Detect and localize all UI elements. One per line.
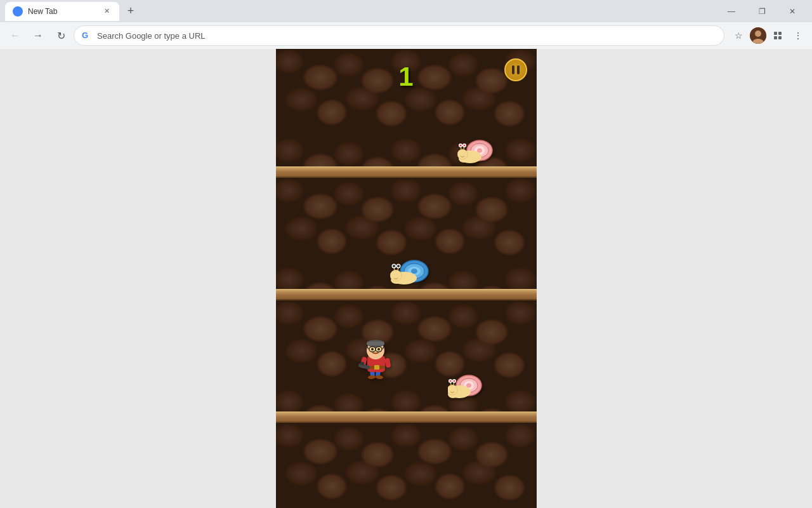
svg-point-65 <box>377 348 380 351</box>
snail-blue-mid <box>390 257 431 291</box>
player-character <box>358 338 393 382</box>
svg-point-64 <box>371 348 374 351</box>
svg-point-11 <box>477 149 482 153</box>
google-icon: G <box>82 30 92 41</box>
game-background: 1 <box>276 49 537 508</box>
new-tab-button[interactable]: + <box>122 3 140 20</box>
title-bar: New Tab ✕ + — ❐ ✕ <box>0 0 812 22</box>
extensions-button[interactable] <box>769 27 787 44</box>
svg-point-24 <box>411 269 417 274</box>
svg-rect-4 <box>774 32 777 35</box>
svg-point-18 <box>459 145 461 147</box>
pause-bar-left <box>512 65 514 74</box>
pause-bar-right <box>517 65 520 74</box>
svg-point-27 <box>390 270 402 281</box>
svg-point-2 <box>755 30 761 37</box>
svg-point-46 <box>453 380 455 382</box>
toolbar-icons: ☆ ⋮ <box>730 27 807 44</box>
game-container[interactable]: 1 <box>276 49 537 508</box>
cave-section-3 <box>276 300 537 411</box>
svg-rect-5 <box>778 32 782 35</box>
address-text: Search Google or type a URL <box>97 31 716 41</box>
page-content: 1 <box>0 49 812 508</box>
forward-button[interactable]: → <box>28 25 48 46</box>
browser-frame: New Tab ✕ + — ❐ ✕ ← → ↻ G Search Google … <box>0 0 812 508</box>
snail-pink-bot <box>448 373 486 406</box>
menu-button[interactable]: ⋮ <box>789 27 807 44</box>
svg-point-37 <box>466 384 471 388</box>
svg-rect-53 <box>374 365 379 370</box>
address-bar[interactable]: G Search Google or type a URL <box>74 25 724 46</box>
back-button[interactable]: ← <box>5 25 25 46</box>
window-controls: — ❐ ✕ <box>717 0 807 22</box>
pause-button[interactable] <box>504 58 527 81</box>
browser-tab[interactable]: New Tab ✕ <box>5 2 119 21</box>
tab-title: New Tab <box>28 7 96 16</box>
svg-point-14 <box>457 149 468 159</box>
svg-point-20 <box>463 145 465 147</box>
svg-rect-7 <box>778 36 782 39</box>
svg-point-33 <box>397 265 400 267</box>
platform-3 <box>276 411 537 423</box>
snail-pink-top <box>457 137 495 171</box>
svg-point-0 <box>14 8 22 15</box>
svg-point-31 <box>393 265 395 267</box>
close-button[interactable]: ✕ <box>778 0 807 22</box>
nav-bar: ← → ↻ G Search Google or type a URL ☆ <box>0 22 812 49</box>
svg-rect-6 <box>774 36 777 39</box>
tab-close-button[interactable]: ✕ <box>102 6 112 17</box>
svg-point-40 <box>448 385 457 395</box>
platform-1 <box>276 166 537 178</box>
cave-section-4 <box>276 423 537 508</box>
profile-avatar[interactable] <box>750 27 766 44</box>
maximize-button[interactable]: ❐ <box>747 0 776 22</box>
svg-rect-55 <box>384 358 391 368</box>
svg-point-44 <box>449 380 451 382</box>
svg-rect-60 <box>367 342 384 345</box>
pause-icon <box>512 65 520 74</box>
reload-button[interactable]: ↻ <box>51 25 71 46</box>
tab-favicon <box>13 6 23 17</box>
score-display: 1 <box>398 62 413 92</box>
minimize-button[interactable]: — <box>717 0 746 22</box>
bookmark-button[interactable]: ☆ <box>730 27 747 44</box>
